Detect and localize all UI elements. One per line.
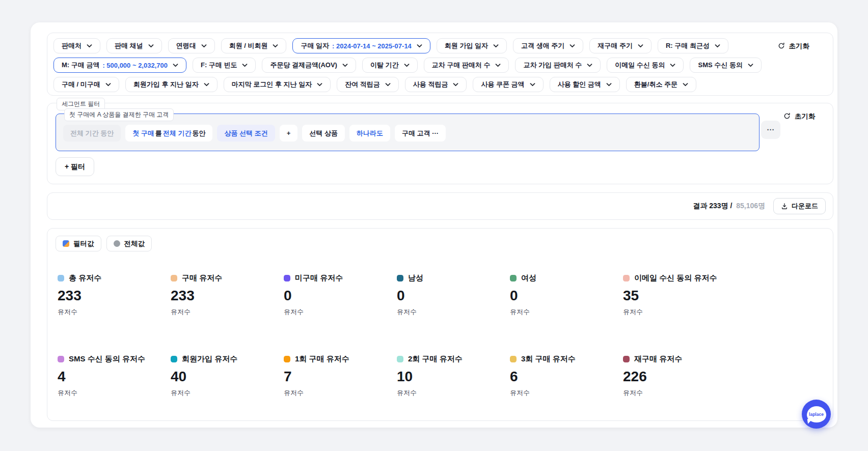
filter-dropdown[interactable]: 회원 / 비회원 [221, 38, 287, 53]
filter-dropdown-label: 잔여 적립금 [345, 80, 380, 89]
add-filter-button[interactable]: + 필터 [56, 157, 94, 176]
metric-label-row: SMS 수신 동의 유저수 [58, 354, 171, 364]
result-count-total: 85,106명 [736, 202, 765, 210]
segment-more-button[interactable]: ··· [761, 121, 780, 139]
filter-dropdown-value: : 500,000 ~ 2,032,700 [102, 62, 168, 69]
filter-dropdown[interactable]: 회원 가입 일자 [437, 38, 507, 53]
metric-value: 233 [171, 288, 284, 304]
filter-dropdown[interactable]: 고객 생애 주기 [513, 38, 583, 53]
metric-label: 남성 [408, 273, 423, 283]
filter-dropdown-value: : 2024-07-14 ~ 2025-07-14 [332, 42, 412, 50]
filter-dropdown[interactable]: 교차 구매 판매처 수 [424, 58, 509, 73]
metric-color-dot [510, 275, 517, 281]
segment-pill-text: 구매 고객 ··· [402, 129, 439, 138]
filter-dropdown-label: M: 구매 금액 [62, 61, 99, 70]
metric-unit: 유저수 [171, 307, 284, 317]
metric-unit: 유저수 [58, 388, 171, 398]
segment-pill[interactable]: 상품 선택 조건 [217, 125, 275, 142]
result-count-filtered: 결과 233명 / [693, 202, 732, 210]
segment-pill[interactable]: 전체 기간 동안 [63, 125, 121, 142]
segment-pill-text: 선택 상품 [309, 129, 338, 138]
segment-pill-text: 전체 기간 동안 [70, 129, 114, 138]
metric-label-row: 2회 구매 유저수 [397, 354, 510, 364]
filter-dropdown-label: 마지막 로그인 후 지난 일자 [232, 80, 312, 89]
segment-pill[interactable]: 첫 구매를 전체 기간 동안 [125, 125, 212, 142]
filter-dropdown[interactable]: 연령대 [168, 38, 215, 53]
metric-label-row: 여성 [510, 273, 623, 283]
metric-color-dot [284, 356, 290, 362]
chevron-down-icon [493, 44, 499, 48]
filter-dropdown[interactable]: 판매처 [53, 38, 100, 53]
chevron-down-icon [453, 83, 458, 87]
metric-unit: 유저수 [284, 388, 397, 398]
metric-label: 1회 구매 유저수 [295, 354, 349, 364]
filter-dropdown[interactable]: M: 구매 금액: 500,000 ~ 2,032,700 [53, 58, 186, 73]
metric-unit: 유저수 [58, 307, 171, 317]
filter-reset-button[interactable]: 초기화 [778, 42, 810, 51]
filter-dropdown[interactable]: 주문당 결제금액(AOV) [262, 58, 356, 73]
filter-dropdown[interactable]: 사용 쿠폰 금액 [473, 77, 543, 92]
chevron-down-icon [148, 44, 154, 48]
segment-pill[interactable]: + [280, 125, 298, 142]
filter-dropdown[interactable]: 판매 채널 [106, 38, 162, 53]
filter-dropdown[interactable]: 사용 적립금 [405, 77, 467, 92]
metric-value: 0 [284, 288, 397, 304]
filter-dropdown[interactable]: F: 구매 빈도 [193, 58, 256, 73]
metric-card: 총 유저수233유저수 [58, 273, 171, 317]
filter-dropdown[interactable]: 구매 / 미구매 [53, 77, 119, 92]
filter-dropdown[interactable]: 교차 가입 판매처 수 [515, 58, 601, 73]
chevron-down-icon [606, 83, 612, 87]
filter-dropdown[interactable]: 재구매 주기 [589, 38, 652, 53]
download-button[interactable]: 다운로드 [773, 198, 826, 214]
segment-title-tag: 첫 구매에 A 상품을 결제한 구매 고객 [64, 108, 174, 121]
metric-label: 총 유저수 [69, 273, 101, 283]
segment-pill[interactable]: 하나라도 [349, 125, 390, 142]
legend-row: 필터값전체값 [56, 236, 152, 251]
filter-dropdown[interactable]: 환불/취소 주문 [626, 77, 696, 92]
filter-dropdown[interactable]: 구매 일자: 2024-07-14 ~ 2025-07-14 [292, 38, 430, 53]
chevron-down-icon [715, 44, 720, 48]
filter-dropdown-label: 회원 / 비회원 [229, 41, 268, 50]
filter-dropdown[interactable]: SMS 수신 동의 [690, 58, 761, 73]
segment-pill-text: 전체 기간 [163, 129, 192, 138]
segment-pill-text: 상품 선택 조건 [224, 129, 267, 138]
filter-dropdown[interactable]: 잔여 적립금 [337, 77, 399, 92]
laplace-logo-text: laplace [809, 412, 824, 417]
metric-unit: 유저수 [397, 388, 510, 398]
segment-condition-box[interactable]: 첫 구매에 A 상품을 결제한 구매 고객 전체 기간 동안첫 구매를 전체 기… [56, 114, 760, 151]
segment-pill[interactable]: 선택 상품 [302, 125, 345, 142]
filter-dropdown-label: 교차 구매 판매처 수 [432, 61, 491, 70]
filter-dropdown-label: 환불/취소 주문 [634, 80, 677, 89]
chevron-down-icon [204, 83, 209, 87]
filter-dropdown[interactable]: 이메일 수신 동의 [607, 58, 684, 73]
metric-label-row: 이메일 수신 동의 유저수 [623, 273, 736, 283]
filter-dropdown[interactable]: 이탈 기간 [362, 58, 418, 73]
filter-dropdown[interactable]: R: 구매 최근성 [658, 38, 728, 53]
metric-card: 1회 구매 유저수7유저수 [284, 354, 397, 398]
metric-card: 구매 유저수233유저수 [171, 273, 284, 317]
chevron-down-icon [569, 44, 575, 48]
filter-dropdown[interactable]: 회원가입 후 지난 일자 [125, 77, 218, 92]
metric-color-dot [510, 356, 517, 362]
filter-dropdown[interactable]: 마지막 로그인 후 지난 일자 [224, 77, 331, 92]
chevron-down-icon [638, 44, 643, 48]
legend-toggle-all-values[interactable]: 전체값 [106, 236, 152, 251]
download-label: 다운로드 [792, 202, 818, 211]
segment-reset-label: 초기화 [795, 112, 816, 121]
metric-label-row: 총 유저수 [58, 273, 171, 283]
legend-toggle-filtered-values[interactable]: 필터값 [56, 236, 101, 251]
segment-reset-button[interactable]: 초기화 [783, 112, 816, 121]
all-values-icon [114, 240, 120, 247]
segment-pill-text: 동안 [192, 129, 205, 138]
filter-dropdown-label: 재구매 주기 [598, 41, 633, 50]
segment-pill[interactable]: 구매 고객 ··· [395, 125, 446, 142]
filter-dropdown[interactable]: 사용 할인 금액 [550, 77, 620, 92]
chevron-down-icon [404, 64, 410, 67]
chevron-down-icon [670, 64, 675, 67]
metric-label-row: 3회 구매 유저수 [510, 354, 623, 364]
chat-widget-button[interactable]: laplace [802, 400, 831, 429]
metric-color-dot [623, 356, 630, 362]
metric-color-dot [397, 356, 403, 362]
chevron-down-icon [342, 64, 348, 67]
metric-color-dot [58, 356, 64, 362]
